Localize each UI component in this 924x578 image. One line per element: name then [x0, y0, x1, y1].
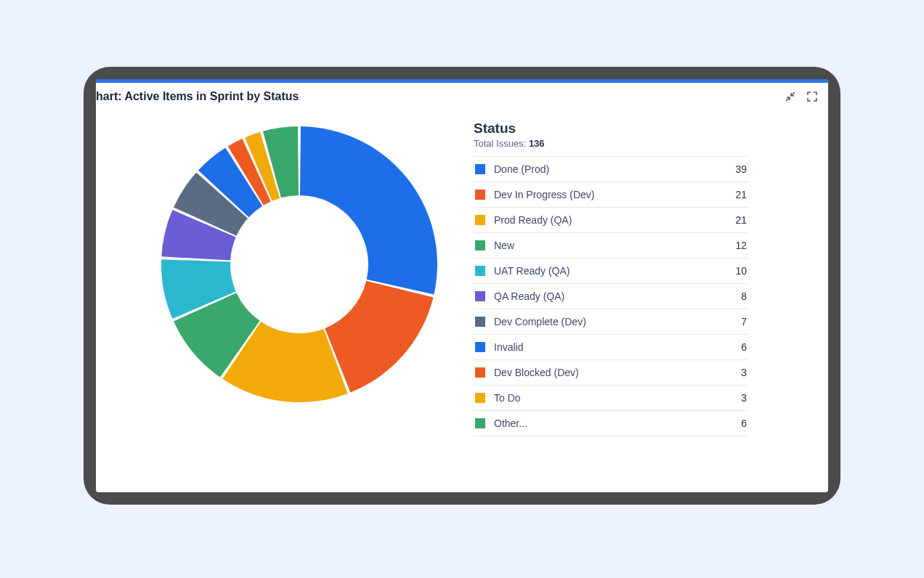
total-value: 136 [529, 138, 545, 149]
header-actions [785, 91, 818, 102]
total-label: Total Issues: [474, 138, 529, 149]
legend-row[interactable]: To Do3 [474, 386, 748, 411]
legend-count: 6 [741, 341, 747, 353]
legend-count: 3 [741, 392, 747, 404]
legend-row[interactable]: Dev Complete (Dev)7 [474, 309, 748, 335]
legend-subtitle: Total Issues: 136 [474, 138, 748, 149]
collapse-icon[interactable] [785, 91, 796, 102]
legend-swatch [475, 291, 485, 301]
legend-count: 6 [741, 418, 747, 429]
legend-label: Done (Prod) [494, 163, 735, 175]
device-frame: hart: Active Items in Sprint by Status [84, 67, 840, 505]
fullscreen-icon[interactable] [806, 91, 818, 102]
legend-swatch [475, 240, 485, 251]
legend-row[interactable]: QA Ready (QA)8 [474, 284, 748, 309]
legend-count: 3 [741, 367, 747, 378]
legend-row[interactable]: Other...6 [474, 411, 748, 436]
legend-swatch [475, 342, 485, 352]
widget-title: hart: Active Items in Sprint by Status [96, 90, 299, 103]
legend-swatch [475, 317, 485, 327]
legend-swatch [475, 266, 485, 276]
legend-count: 8 [741, 290, 747, 302]
chart-column [154, 116, 474, 492]
legend-row[interactable]: Prod Ready (QA)21 [474, 208, 748, 233]
legend-list: Done (Prod)39Dev In Progress (Dev)21Prod… [474, 156, 748, 436]
legend-label: QA Ready (QA) [494, 290, 741, 302]
title-main: Active Items in Sprint by Status [124, 90, 299, 102]
legend-label: Dev Blocked (Dev) [494, 367, 741, 378]
widget-header: hart: Active Items in Sprint by Status [96, 83, 828, 110]
legend-label: UAT Ready (QA) [494, 265, 735, 277]
legend-label: To Do [494, 392, 741, 404]
widget-body: Status Total Issues: 136 Done (Prod)39De… [96, 110, 828, 492]
legend-row[interactable]: Done (Prod)39 [474, 157, 748, 182]
donut-chart [154, 119, 445, 410]
legend-label: Invalid [494, 341, 741, 353]
legend-count: 7 [741, 316, 747, 327]
legend-row[interactable]: New12 [474, 233, 748, 259]
legend-label: Dev Complete (Dev) [494, 316, 741, 327]
legend-row[interactable]: Dev In Progress (Dev)21 [474, 182, 748, 208]
legend-swatch [475, 393, 485, 403]
legend-swatch [475, 215, 485, 225]
legend-row[interactable]: UAT Ready (QA)10 [474, 259, 748, 284]
legend-column: Status Total Issues: 136 Done (Prod)39De… [474, 116, 828, 492]
legend-count: 12 [735, 240, 747, 251]
legend-swatch [475, 190, 485, 200]
legend-title: Status [474, 121, 748, 137]
legend-swatch [475, 164, 485, 174]
legend-label: Dev In Progress (Dev) [494, 189, 735, 200]
legend-row[interactable]: Invalid6 [474, 335, 748, 360]
legend-count: 39 [735, 163, 747, 175]
donut-slice[interactable] [300, 126, 437, 295]
donut-slice[interactable] [325, 281, 433, 393]
screen: hart: Active Items in Sprint by Status [96, 79, 828, 492]
legend-count: 10 [735, 265, 747, 277]
legend-count: 21 [735, 189, 747, 200]
legend-count: 21 [735, 214, 747, 226]
legend-label: New [494, 240, 735, 251]
legend-label: Prod Ready (QA) [494, 214, 735, 226]
legend-label: Other... [494, 418, 741, 429]
legend-row[interactable]: Dev Blocked (Dev)3 [474, 360, 748, 386]
legend-swatch [475, 418, 485, 428]
legend-swatch [475, 367, 485, 378]
title-prefix: hart: [96, 90, 124, 102]
